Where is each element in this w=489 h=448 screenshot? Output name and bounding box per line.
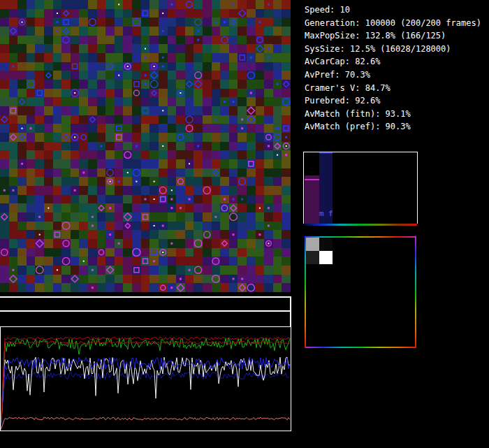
trait-axis-gradient (304, 224, 417, 226)
trait-cell-r1c0 (306, 251, 319, 264)
stat-syssize: SysSize: 12.5% (16028/128000) (305, 43, 488, 56)
frame-track-end-tick (290, 296, 291, 328)
stat-avmatch-pref: AvMatch (pref): 90.3% (305, 120, 488, 133)
stat-avmatch-fitn: AvMatch (fitn): 93.1% (305, 108, 488, 121)
stats-panel: Speed: 10 Generation: 100000 (200/200 fr… (305, 3, 488, 133)
trait-cell-r1c1 (319, 251, 333, 264)
frame-track-bottom-line (0, 310, 291, 312)
stat-avcarcap: AvCarCap: 82.6% (305, 55, 488, 68)
female-bin-label: f (328, 209, 333, 218)
histogram-bar-m (305, 175, 319, 224)
male-bin-label: m (319, 209, 324, 218)
trait-axis-bottom (305, 347, 416, 348)
stat-purebred: Purebred: 92.6% (305, 94, 488, 108)
world-grid-canvas[interactable] (0, 0, 291, 292)
timeseries-canvas (1, 327, 291, 431)
stat-speed: Speed: 10 (305, 3, 488, 17)
trait-axis-right (415, 236, 416, 348)
histogram-bar-f-marker (319, 152, 333, 154)
trait-cell-r0c0 (306, 238, 319, 251)
trait-cell-r0c1 (319, 238, 333, 251)
frame-track-top-line (0, 296, 291, 298)
trait-space-plot (305, 236, 416, 348)
stat-maxpopsize: MaxPopSize: 132.8% (166/125) (305, 29, 488, 43)
sex-histogram: m f (303, 152, 418, 224)
timeseries-chart (0, 326, 291, 431)
stat-generation: Generation: 100000 (200/200 frames) (305, 17, 488, 30)
stat-avpref: AvPref: 70.3% (305, 68, 488, 82)
histogram-bar-m-marker (305, 179, 319, 180)
simulation-window: Speed: 10 Generation: 100000 (200/200 fr… (0, 0, 489, 448)
stat-cramers-v: Cramer's V: 84.7% (305, 82, 488, 95)
